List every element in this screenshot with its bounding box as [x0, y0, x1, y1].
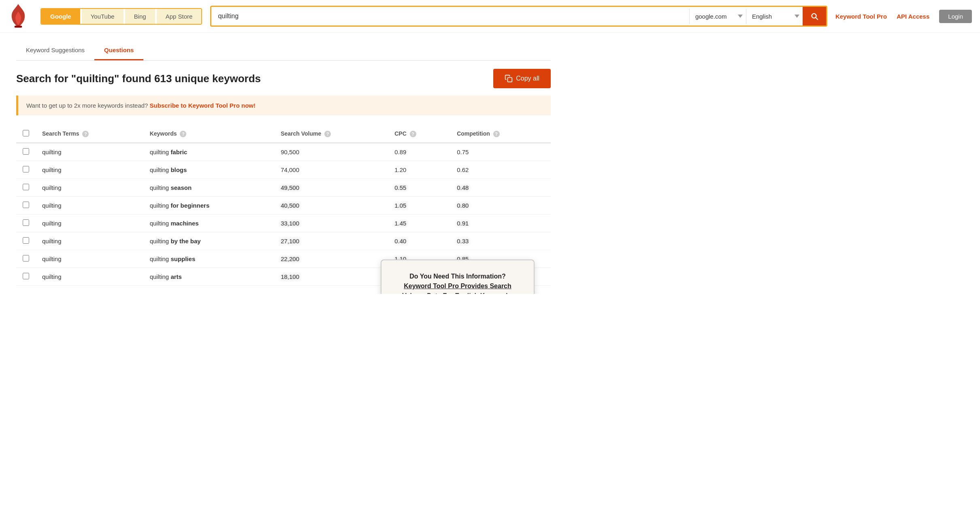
row-checkbox[interactable] [23, 219, 29, 226]
tab-questions[interactable]: Questions [94, 41, 143, 60]
competition-cell: 0.62 [450, 161, 551, 179]
row-checkbox[interactable] [23, 255, 29, 262]
th-competition: Competition ? [450, 125, 551, 143]
row-checkbox-cell [16, 161, 36, 179]
keyword-cell: quilting season [143, 179, 274, 197]
results-title-prefix: Search for "quilting" found [16, 72, 154, 85]
select-all-checkbox[interactable] [23, 130, 29, 136]
table-row: quilting quilting blogs 74,000 1.20 0.62 [16, 161, 551, 179]
copy-icon [505, 74, 513, 83]
results-title: Search for "quilting" found 613 unique k… [16, 72, 261, 85]
keyword-cell: quilting by the bay [143, 232, 274, 250]
volume-cell: 22,200 [274, 250, 388, 268]
row-checkbox[interactable] [23, 184, 29, 190]
row-checkbox-cell [16, 232, 36, 250]
search-bar: google.com English [210, 6, 827, 27]
search-term-cell: quilting [36, 179, 143, 197]
volume-cell: 40,500 [274, 197, 388, 215]
results-count: 613 [154, 72, 172, 85]
competition-cell: 0.80 [450, 197, 551, 215]
volume-cell: 33,100 [274, 215, 388, 232]
row-checkbox-cell [16, 143, 36, 161]
row-checkbox[interactable] [23, 166, 29, 172]
keyword-cell: quilting for beginners [143, 197, 274, 215]
search-term-cell: quilting [36, 161, 143, 179]
svg-rect-0 [15, 26, 22, 28]
row-checkbox-cell [16, 179, 36, 197]
row-checkbox[interactable] [23, 273, 29, 279]
tab-google[interactable]: Google [41, 9, 80, 24]
tooltip-link[interactable]: Keyword Tool Pro Provides Search Volume … [402, 283, 511, 294]
header-right: Keyword Tool Pro API Access Login [835, 10, 972, 23]
cpc-help-icon[interactable]: ? [410, 131, 416, 137]
copy-all-label: Copy all [516, 75, 539, 82]
search-icon [810, 12, 819, 21]
content-tabs: Keyword Suggestions Questions [16, 41, 551, 61]
keywords-help-icon[interactable]: ? [180, 131, 186, 137]
search-input[interactable] [211, 8, 689, 25]
main-content: Keyword Suggestions Questions Search for… [0, 33, 567, 294]
competition-cell: 0.48 [450, 179, 551, 197]
promo-banner: Want to get up to 2x more keywords inste… [16, 96, 551, 115]
cpc-cell: 0.89 [388, 143, 450, 161]
tab-bing[interactable]: Bing [125, 9, 155, 24]
svg-rect-1 [508, 78, 512, 82]
language-select[interactable]: English [746, 9, 803, 24]
keyword-cell: quilting machines [143, 215, 274, 232]
keyword-cell: quilting supplies [143, 250, 274, 268]
keyword-cell: quilting blogs [143, 161, 274, 179]
row-checkbox-cell [16, 268, 36, 286]
cpc-cell: 0.55 [388, 179, 450, 197]
tab-app-store[interactable]: App Store [157, 9, 202, 24]
th-search-volume: Search Volume ? [274, 125, 388, 143]
th-cpc: CPC ? [388, 125, 450, 143]
row-checkbox[interactable] [23, 148, 29, 155]
cpc-cell: 1.20 [388, 161, 450, 179]
api-access-link[interactable]: API Access [897, 13, 929, 20]
copy-all-button[interactable]: Copy all [493, 69, 551, 88]
table-header-row: Search Terms ? Keywords ? Search Volume … [16, 125, 551, 143]
domain-select[interactable]: google.com [689, 9, 746, 24]
keyword-tool-pro-link[interactable]: Keyword Tool Pro [835, 13, 887, 20]
search-term-cell: quilting [36, 250, 143, 268]
table-row: quilting quilting fabric 90,500 0.89 0.7… [16, 143, 551, 161]
th-keywords: Keywords ? [143, 125, 274, 143]
tooltip-line1: Do You Need This Information? [409, 273, 506, 280]
promo-text: Want to get up to 2x more keywords inste… [26, 102, 150, 109]
volume-cell: 49,500 [274, 179, 388, 197]
header: Google YouTube Bing App Store google.com… [0, 0, 980, 33]
search-terms-help-icon[interactable]: ? [82, 131, 89, 137]
search-volume-help-icon[interactable]: ? [324, 131, 331, 137]
search-term-cell: quilting [36, 143, 143, 161]
logo-icon [8, 4, 28, 28]
search-button[interactable] [803, 7, 826, 26]
volume-cell: 74,000 [274, 161, 388, 179]
table-row: quilting quilting by the bay 27,100 0.40… [16, 232, 551, 250]
row-checkbox-cell [16, 215, 36, 232]
competition-cell: 0.33 [450, 232, 551, 250]
tab-youtube[interactable]: YouTube [82, 9, 124, 24]
keyword-cell: quilting arts [143, 268, 274, 286]
row-checkbox[interactable] [23, 237, 29, 244]
cpc-cell: 1.05 [388, 197, 450, 215]
row-checkbox-cell [16, 197, 36, 215]
cpc-cell: 0.40 [388, 232, 450, 250]
search-term-cell: quilting [36, 268, 143, 286]
volume-cell: 18,100 [274, 268, 388, 286]
search-term-cell: quilting [36, 197, 143, 215]
nav-tabs: Google YouTube Bing App Store [40, 8, 202, 25]
search-term-cell: quilting [36, 215, 143, 232]
login-button[interactable]: Login [939, 10, 972, 23]
competition-help-icon[interactable]: ? [493, 131, 500, 137]
search-term-cell: quilting [36, 232, 143, 250]
row-checkbox[interactable] [23, 202, 29, 208]
volume-cell: 27,100 [274, 232, 388, 250]
row-checkbox-cell [16, 250, 36, 268]
table-row: quilting quilting machines 33,100 1.45 0… [16, 215, 551, 232]
promo-link[interactable]: Subscribe to Keyword Tool Pro now! [150, 102, 256, 109]
competition-cell: 0.75 [450, 143, 551, 161]
table-row: quilting quilting for beginners 40,500 1… [16, 197, 551, 215]
table-row: quilting quilting season 49,500 0.55 0.4… [16, 179, 551, 197]
results-header: Search for "quilting" found 613 unique k… [16, 69, 551, 88]
tab-keyword-suggestions[interactable]: Keyword Suggestions [16, 41, 94, 60]
